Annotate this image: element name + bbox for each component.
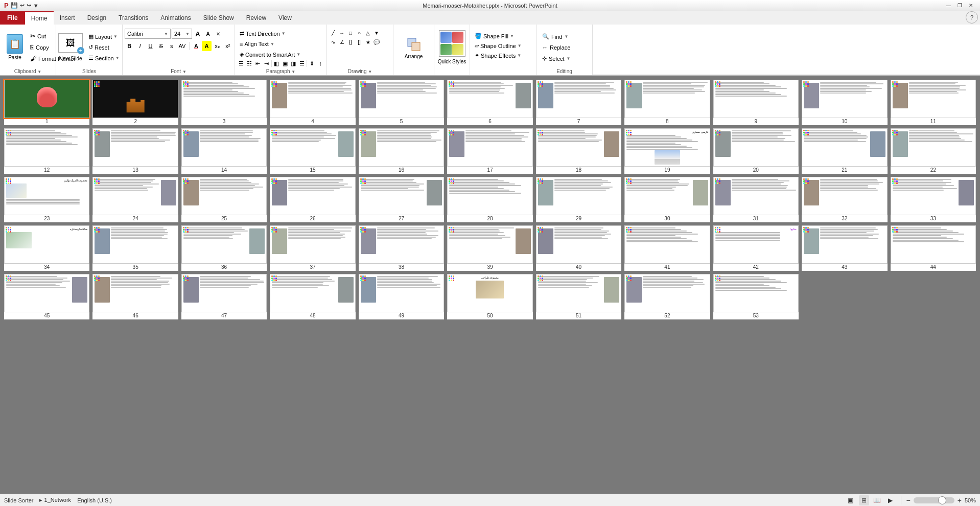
shape-line[interactable]: ╱ bbox=[329, 29, 337, 37]
shape-outline-button[interactable]: ▱ Shape Outline ▼ bbox=[472, 41, 534, 50]
slide-thumb-32[interactable]: 32 bbox=[802, 177, 887, 222]
section-button[interactable]: ☰ Section ▼ bbox=[86, 53, 122, 63]
decrease-indent-button[interactable]: ⇤ bbox=[254, 59, 262, 68]
slide-thumb-16[interactable]: 16 bbox=[359, 128, 444, 174]
save-icon[interactable]: 💾 bbox=[11, 2, 18, 9]
subscript-button[interactable]: x₂ bbox=[213, 41, 222, 51]
shape-arrow[interactable]: → bbox=[338, 29, 346, 37]
slide-thumb-45[interactable]: 45 bbox=[4, 274, 89, 319]
reset-button[interactable]: ↺ Reset bbox=[86, 42, 122, 52]
font-increase-button[interactable]: A bbox=[193, 29, 202, 38]
slide-thumb-29[interactable]: 29 bbox=[536, 177, 621, 222]
maximize-button[interactable]: ❐ bbox=[954, 2, 965, 10]
slide-thumb-48[interactable]: 48 bbox=[270, 274, 355, 319]
para-expand[interactable]: ▼ bbox=[291, 70, 295, 74]
superscript-button[interactable]: x² bbox=[223, 41, 232, 51]
minimize-button[interactable]: — bbox=[943, 2, 953, 10]
slide-thumb-39[interactable]: 39 bbox=[447, 225, 532, 271]
slide-thumb-8[interactable]: 8 bbox=[624, 80, 710, 125]
slide-thumb-1[interactable]: 1 bbox=[4, 80, 89, 125]
slide-thumb-46[interactable]: 46 bbox=[92, 274, 178, 319]
slideshow-view-button[interactable]: ▶ bbox=[885, 495, 896, 505]
align-text-button[interactable]: ≡ Align Text ▼ bbox=[237, 39, 324, 49]
slide-thumb-31[interactable]: 31 bbox=[713, 177, 799, 222]
slide-thumb-13[interactable]: 13 bbox=[92, 128, 178, 174]
slide-thumb-47[interactable]: 47 bbox=[181, 274, 267, 319]
font-color-button[interactable]: A bbox=[192, 41, 201, 51]
shape-more[interactable]: ▼ bbox=[372, 29, 381, 37]
layout-button[interactable]: ▦ Layout ▼ bbox=[86, 32, 122, 41]
slide-thumb-22[interactable]: 22 bbox=[891, 128, 976, 174]
shape-star[interactable]: ★ bbox=[364, 38, 372, 46]
undo-icon[interactable]: ↩ bbox=[20, 2, 25, 9]
shape-brace[interactable]: {} bbox=[346, 38, 355, 46]
slide-thumb-6[interactable]: 6 bbox=[447, 80, 532, 125]
line-spacing-button[interactable]: ↕ bbox=[317, 59, 324, 68]
slide-thumb-4[interactable]: 4 bbox=[270, 80, 355, 125]
slide-thumb-38[interactable]: 38 bbox=[359, 225, 444, 271]
bullets-button[interactable]: ☰ bbox=[237, 59, 245, 68]
justify-button[interactable]: ☰ bbox=[298, 59, 306, 68]
shape-effects-button[interactable]: ✦ Shape Effects ▼ bbox=[472, 51, 534, 60]
help-button[interactable]: ? bbox=[966, 11, 978, 24]
highlight-button[interactable]: A bbox=[202, 41, 212, 51]
strikethrough-button[interactable]: S bbox=[156, 41, 166, 51]
shape-curve[interactable]: ∿ bbox=[329, 38, 337, 46]
slide-thumb-3[interactable]: 3 bbox=[181, 80, 267, 125]
quick-styles-gallery[interactable] bbox=[439, 30, 465, 57]
underline-button[interactable]: U bbox=[146, 41, 155, 51]
close-button[interactable]: ✕ bbox=[966, 2, 976, 10]
slide-thumb-42[interactable]: منابع:42 bbox=[713, 225, 799, 271]
slide-thumb-10[interactable]: 10 bbox=[802, 80, 887, 125]
shape-bracket[interactable]: [] bbox=[355, 38, 363, 46]
align-center-button[interactable]: ▣ bbox=[281, 59, 289, 68]
drawing-expand[interactable]: ▼ bbox=[368, 70, 372, 74]
slide-thumb-15[interactable]: 15 bbox=[270, 128, 355, 174]
slide-thumb-36[interactable]: 36 bbox=[181, 225, 267, 271]
shape-callout[interactable]: 💬 bbox=[372, 38, 381, 46]
slide-thumb-53[interactable]: 53 bbox=[713, 274, 799, 319]
slide-thumb-34[interactable]: ساختمان ستاره34 bbox=[4, 225, 89, 271]
find-button[interactable]: 🔍 Find ▼ bbox=[539, 32, 590, 41]
slide-thumb-30[interactable]: 30 bbox=[624, 177, 710, 222]
shape-angle[interactable]: ∠ bbox=[338, 38, 346, 46]
slide-thumb-37[interactable]: 37 bbox=[270, 225, 355, 271]
col-spacing-button[interactable]: ⇕ bbox=[308, 59, 316, 68]
slide-thumb-7[interactable]: 7 bbox=[536, 80, 621, 125]
text-direction-button[interactable]: ⇄ Text Direction ▼ bbox=[237, 29, 324, 38]
slide-thumb-21[interactable]: 21 bbox=[802, 128, 887, 174]
slide-thumb-24[interactable]: 24 bbox=[92, 177, 178, 222]
slide-thumb-19[interactable]: فارسی معماری19 bbox=[624, 128, 710, 174]
slide-thumb-40[interactable]: 40 bbox=[536, 225, 621, 271]
slide-thumb-44[interactable]: 44 bbox=[891, 225, 976, 271]
tab-transitions[interactable]: Transitions bbox=[112, 11, 154, 25]
new-slide-button[interactable]: 🖼 + New Slide bbox=[58, 33, 83, 61]
reading-view-button[interactable]: 📖 bbox=[872, 495, 882, 505]
font-name-selector[interactable]: Calibri ▼ bbox=[125, 29, 171, 39]
slide-thumb-26[interactable]: 26 bbox=[270, 177, 355, 222]
clear-formatting-button[interactable]: ✕ bbox=[214, 29, 223, 38]
slide-thumb-2[interactable]: 2 bbox=[92, 80, 178, 125]
shape-fill-button[interactable]: 🪣 Shape Fill ▼ bbox=[472, 32, 534, 40]
tab-home[interactable]: Home bbox=[25, 11, 54, 25]
select-button[interactable]: ⊹ Select ▼ bbox=[539, 54, 590, 63]
tab-animations[interactable]: Animations bbox=[154, 11, 197, 25]
zoom-out-button[interactable]: − bbox=[906, 496, 911, 504]
zoom-in-button[interactable]: + bbox=[958, 496, 962, 504]
arrange-button[interactable]: Arrange bbox=[402, 33, 426, 62]
slide-thumb-27[interactable]: 27 bbox=[359, 177, 444, 222]
slide-thumb-9[interactable]: 9 bbox=[713, 80, 799, 125]
slide-thumb-28[interactable]: 28 bbox=[447, 177, 532, 222]
slide-thumb-51[interactable]: 51 bbox=[536, 274, 621, 319]
slide-thumb-25[interactable]: 25 bbox=[181, 177, 267, 222]
replace-button[interactable]: ↔ Replace bbox=[539, 43, 590, 52]
numbering-button[interactable]: ☷ bbox=[245, 59, 253, 68]
align-right-button[interactable]: ◨ bbox=[289, 59, 297, 68]
increase-indent-button[interactable]: ⇥ bbox=[262, 59, 270, 68]
shape-ellipse[interactable]: ○ bbox=[355, 29, 363, 37]
slide-thumb-49[interactable]: 49 bbox=[359, 274, 444, 319]
convert-smartart-button[interactable]: ◈ Convert to SmartArt ▼ bbox=[237, 50, 324, 59]
file-menu[interactable]: File bbox=[0, 11, 25, 25]
slide-thumb-14[interactable]: 14 bbox=[181, 128, 267, 174]
font-size-selector[interactable]: 24 ▼ bbox=[172, 29, 192, 39]
